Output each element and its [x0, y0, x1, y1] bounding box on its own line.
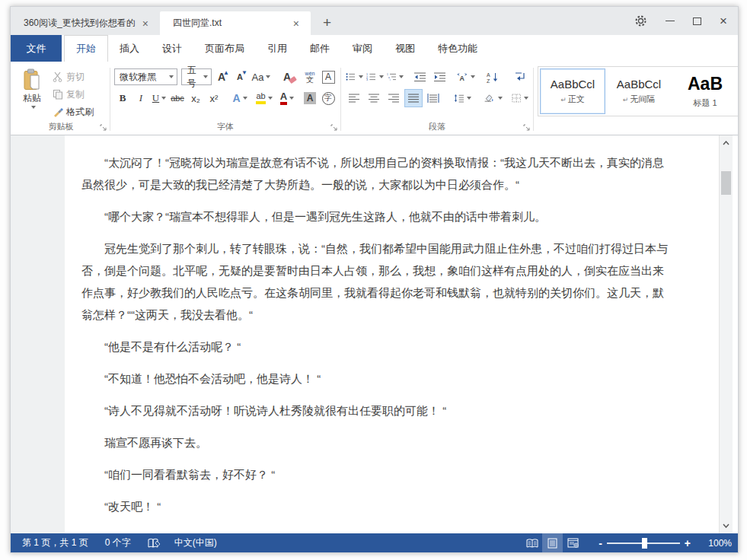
align-center-button[interactable]: [365, 89, 383, 107]
paragraph[interactable]: “不知道！他恐怕不会活动吧，他是诗人！ “: [81, 368, 672, 390]
style-normal[interactable]: AaBbCcl ↵正文: [540, 68, 605, 114]
subscript-button[interactable]: x₂: [187, 90, 204, 107]
style-heading-1[interactable]: AaB 标题 1: [672, 68, 738, 114]
paragraph[interactable]: “咱们一同看看默翁去，好不好？ “: [81, 463, 672, 485]
superscript-button[interactable]: x²: [206, 90, 222, 107]
tab-insert[interactable]: 插入: [108, 35, 151, 62]
paragraph[interactable]: “他是不是有什么活动呢？ “: [81, 336, 672, 358]
italic-button[interactable]: I: [132, 90, 149, 107]
clear-formatting-button[interactable]: A: [279, 68, 295, 85]
zoom-in-button[interactable]: +: [680, 537, 695, 549]
strikethrough-button[interactable]: abc: [169, 90, 186, 107]
scroll-up-icon[interactable]: [720, 137, 733, 149]
page-number-status[interactable]: 第 1 页，共 1 页: [22, 536, 88, 549]
shrink-font-button[interactable]: A▼: [231, 68, 248, 85]
zoom-slider[interactable]: [607, 542, 680, 544]
justify-button[interactable]: [404, 89, 423, 107]
chevron-down-icon: [471, 75, 475, 78]
tab-mailings[interactable]: 邮件: [298, 35, 341, 62]
align-right-button[interactable]: [385, 89, 403, 107]
line-spacing-button[interactable]: [453, 89, 472, 107]
ribbon: 粘贴 剪切 复制: [11, 62, 738, 135]
language-status[interactable]: 中文(中国): [174, 536, 217, 549]
paragraph[interactable]: “哪个大家？“瑞宣本不想得罪人，但是一遇到冠先生这路人，他就不由的话中带着刺儿。: [81, 205, 672, 228]
tab-view[interactable]: 视图: [384, 35, 426, 62]
bold-button[interactable]: B: [114, 90, 131, 107]
close-tab-icon[interactable]: ×: [291, 18, 302, 30]
maximize-button[interactable]: [693, 18, 701, 25]
paragraph[interactable]: 瑞宣不愿再谈下去。: [81, 431, 672, 453]
document-page[interactable]: “太沉闷了！“冠晓荷以为瑞宣是故意有话不说，所以想用自己的资料换取情报：“我这几…: [65, 135, 719, 533]
zoom-level-label[interactable]: 100%: [698, 538, 732, 549]
tab-references[interactable]: 引用: [256, 35, 298, 62]
tab-design[interactable]: 设计: [151, 35, 193, 62]
decrease-indent-button[interactable]: [410, 68, 429, 86]
close-window-button[interactable]: ×: [720, 14, 727, 29]
paragraph[interactable]: “改天吧！ “: [81, 495, 672, 517]
copy-icon: [53, 89, 63, 100]
character-scaling-icon: A: [457, 72, 468, 82]
web-layout-view-button[interactable]: [563, 533, 583, 552]
font-dialog-launcher-icon[interactable]: [330, 124, 338, 132]
numbering-button[interactable]: 123: [366, 68, 385, 86]
tab-page-layout[interactable]: 页面布局: [193, 35, 256, 62]
borders-icon: [512, 93, 521, 103]
underline-button[interactable]: U: [151, 90, 168, 107]
style-no-spacing[interactable]: AaBbCcl ↵无间隔: [606, 68, 672, 114]
line-spacing-icon: [454, 93, 464, 103]
bullets-button[interactable]: [345, 68, 364, 86]
copy-button[interactable]: 复制: [53, 87, 94, 102]
shading-button[interactable]: [483, 89, 503, 107]
chevron-down-icon: [467, 97, 471, 100]
text-effects-button[interactable]: A: [231, 90, 248, 107]
cut-button[interactable]: 剪切: [53, 69, 94, 84]
font-family-select[interactable]: 微软雅黑: [114, 68, 177, 85]
clipboard-dialog-launcher-icon[interactable]: [100, 124, 107, 132]
document-tab-sishitongtang[interactable]: 四世同堂.txt ×: [160, 11, 311, 35]
format-painter-button[interactable]: 格式刷: [53, 104, 94, 119]
proofing-status-button[interactable]: [148, 538, 161, 549]
tab-special-features[interactable]: 特色功能: [426, 35, 489, 62]
show-formatting-marks-button[interactable]: [511, 68, 529, 86]
font-group-label: 字体: [110, 121, 340, 132]
multilevel-list-button[interactable]: 1ai: [386, 68, 405, 86]
sort-button[interactable]: AZ: [484, 68, 502, 86]
font-size-select[interactable]: 五号: [181, 68, 212, 85]
font-color-button[interactable]: A: [279, 90, 295, 107]
paragraph[interactable]: “太沉闷了！“冠晓荷以为瑞宣是故意有话不说，所以想用自己的资料换取情报：“我这几…: [81, 151, 672, 196]
close-tab-icon[interactable]: ×: [140, 18, 151, 30]
settings-gear-icon[interactable]: [634, 14, 647, 27]
tab-review[interactable]: 审阅: [341, 35, 384, 62]
tab-home[interactable]: 开始: [64, 35, 108, 62]
borders-button[interactable]: [511, 89, 529, 107]
paragraph-dialog-launcher-icon[interactable]: [523, 124, 531, 132]
enclose-characters-button[interactable]: 字: [320, 90, 337, 107]
zoom-slider-thumb[interactable]: [642, 538, 647, 549]
phonetic-guide-button[interactable]: wén 文: [302, 68, 318, 85]
document-tab-label: 四世同堂.txt: [173, 17, 222, 30]
paste-button[interactable]: 粘贴: [16, 66, 48, 123]
zoom-out-button[interactable]: -: [594, 537, 607, 549]
chevron-down-icon: [169, 75, 174, 78]
character-shading-button[interactable]: A: [302, 90, 318, 107]
new-tab-button[interactable]: +: [323, 14, 331, 31]
word-count-status[interactable]: 0 个字: [105, 536, 131, 549]
align-left-button[interactable]: [345, 89, 363, 107]
scroll-down-icon[interactable]: [720, 520, 733, 532]
increase-indent-button[interactable]: [430, 68, 449, 86]
character-border-button[interactable]: A: [320, 68, 337, 85]
grow-font-button[interactable]: A▲: [213, 68, 230, 85]
vertical-scrollbar[interactable]: [719, 135, 733, 533]
minimize-button[interactable]: [666, 21, 675, 21]
distribute-button[interactable]: [424, 89, 442, 107]
document-tab-360reader[interactable]: 360阅读_更快找到你想看的 ×: [11, 11, 160, 35]
scrollbar-thumb[interactable]: [721, 171, 731, 195]
paragraph[interactable]: 冠先生觉到了那个刺儿，转了转眼珠，说：“自然，我们都希望中国能用武力阻止住外患，…: [81, 237, 672, 326]
paragraph[interactable]: “诗人不见得就不活动呀！听说诗人杜秀陵就很有出任要职的可能！ “: [81, 399, 672, 422]
print-layout-view-button[interactable]: [542, 533, 563, 552]
tab-file[interactable]: 文件: [11, 35, 62, 62]
asian-layout-button[interactable]: A: [456, 68, 476, 86]
change-case-button[interactable]: Aa: [253, 68, 270, 85]
read-mode-view-button[interactable]: [522, 533, 542, 552]
text-highlight-button[interactable]: ab: [256, 90, 273, 107]
